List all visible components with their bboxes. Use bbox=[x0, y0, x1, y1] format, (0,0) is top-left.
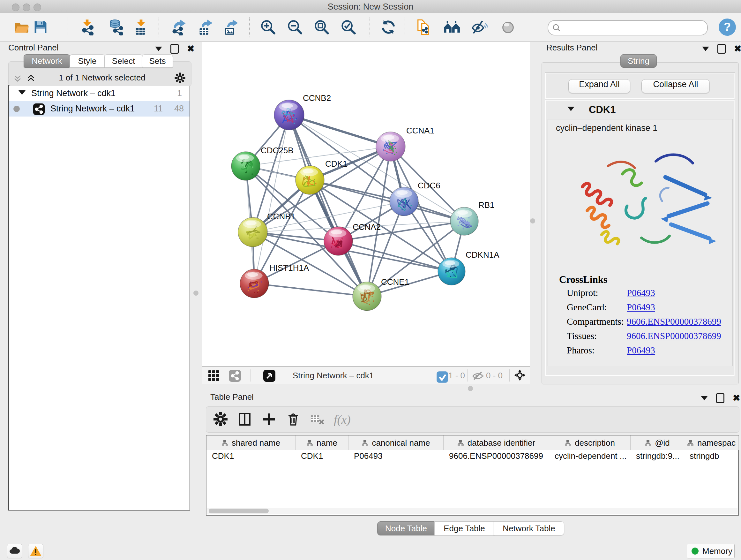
import-network-from-database-button[interactable] bbox=[107, 19, 124, 36]
table-cell[interactable]: CDK1 bbox=[295, 450, 348, 462]
right-splitter-handle[interactable] bbox=[530, 219, 535, 224]
column-header-shared-name[interactable]: shared name bbox=[206, 435, 295, 450]
table-cell[interactable]: stringdb:9... bbox=[630, 450, 684, 462]
first-neighbors-button[interactable] bbox=[444, 19, 460, 36]
export-table-button[interactable] bbox=[198, 19, 214, 36]
column-header-name[interactable]: name bbox=[295, 435, 348, 450]
zoom-fit-button[interactable] bbox=[313, 19, 330, 36]
crosslink-link[interactable]: 9606.ENSP00000378699 bbox=[627, 331, 721, 341]
crosslink-link[interactable]: 9606.ENSP00000378699 bbox=[627, 316, 721, 327]
select-columns-icon[interactable] bbox=[237, 412, 253, 427]
apply-layout-button[interactable] bbox=[380, 19, 397, 36]
collapse-panel-icon[interactable] bbox=[155, 47, 162, 51]
tab-network-table[interactable]: Network Table bbox=[494, 521, 564, 536]
table-cell[interactable]: stringdb bbox=[684, 450, 739, 462]
crosslink-link[interactable]: P06493 bbox=[627, 345, 655, 356]
hidden-eye-icon[interactable] bbox=[472, 370, 484, 382]
network-node-CDK1[interactable] bbox=[295, 166, 324, 194]
save-session-button[interactable] bbox=[32, 19, 49, 36]
column-header--id[interactable]: @id bbox=[630, 435, 684, 450]
zoom-in-button[interactable] bbox=[260, 19, 276, 36]
network-tree-root-row[interactable]: String Network – cdk1 1 bbox=[9, 86, 190, 101]
delete-table-icon[interactable] bbox=[310, 412, 325, 427]
network-node-CDC25B[interactable] bbox=[231, 152, 260, 180]
column-header-canonical-name[interactable]: canonical name bbox=[348, 435, 444, 450]
table-cell[interactable]: CDK1 bbox=[206, 450, 295, 462]
table-settings-gear-icon[interactable] bbox=[213, 412, 228, 427]
tab-select[interactable]: Select bbox=[105, 54, 143, 68]
float-panel-icon[interactable] bbox=[171, 44, 179, 54]
network-tree-row-selected[interactable]: String Network – cdk1 11 48 bbox=[9, 101, 190, 117]
crosslink-link[interactable]: P06493 bbox=[627, 288, 655, 298]
function-builder-icon[interactable]: f(x) bbox=[334, 413, 351, 427]
float-panel-icon[interactable] bbox=[716, 393, 724, 403]
column-header-description[interactable]: description bbox=[549, 435, 630, 450]
network-node-CCNE1[interactable] bbox=[353, 282, 381, 311]
tab-network[interactable]: Network bbox=[23, 54, 70, 68]
expand-all-button[interactable]: Expand All bbox=[568, 79, 630, 93]
collapse-panel-icon[interactable] bbox=[701, 396, 708, 400]
search-input[interactable] bbox=[548, 20, 708, 36]
scrollbar-thumb[interactable] bbox=[209, 509, 269, 513]
table-cell[interactable]: 9606.ENSP00000378699 bbox=[444, 450, 549, 462]
selected-checkbox-icon[interactable] bbox=[436, 371, 446, 381]
left-splitter-handle[interactable] bbox=[193, 291, 199, 296]
horizontal-splitter-handle[interactable] bbox=[468, 386, 473, 391]
grid-view-icon[interactable] bbox=[208, 370, 220, 382]
table-horizontal-scrollbar[interactable] bbox=[207, 508, 738, 514]
table-cell[interactable]: P06493 bbox=[348, 450, 444, 462]
collapse-all-icon[interactable] bbox=[13, 73, 22, 83]
tab-edge-table[interactable]: Edge Table bbox=[434, 521, 494, 536]
export-image-button[interactable] bbox=[223, 19, 240, 36]
control-panel-title: Control Panel bbox=[8, 43, 59, 53]
close-panel-icon[interactable]: ✖ bbox=[734, 45, 741, 53]
copy-documents-button[interactable] bbox=[415, 19, 431, 36]
export-network-button[interactable] bbox=[171, 19, 187, 36]
import-table-from-file-button[interactable] bbox=[133, 19, 149, 36]
float-panel-icon[interactable] bbox=[718, 44, 726, 54]
zoom-selected-button[interactable] bbox=[340, 19, 357, 36]
crosslink-link[interactable]: P06493 bbox=[627, 302, 655, 313]
collapse-panel-icon[interactable] bbox=[702, 47, 709, 51]
network-node-RB1[interactable] bbox=[450, 207, 478, 235]
import-network-from-file-button[interactable] bbox=[79, 19, 95, 36]
network-node-CCNA2[interactable] bbox=[324, 227, 353, 255]
network-options-gear-icon[interactable] bbox=[174, 72, 186, 84]
tab-string[interactable]: String bbox=[620, 54, 657, 68]
cloud-status-button[interactable] bbox=[7, 544, 22, 558]
network-node-HIST1H1A[interactable] bbox=[240, 269, 269, 298]
column-header-database-identifier[interactable]: database identifier bbox=[444, 435, 549, 450]
delete-icon[interactable] bbox=[286, 412, 301, 427]
close-panel-icon[interactable]: ✖ bbox=[187, 45, 194, 53]
memory-status-dot bbox=[691, 548, 698, 555]
string-view-icon[interactable] bbox=[229, 370, 241, 382]
node-table[interactable]: shared namenamecanonical namedatabase id… bbox=[206, 435, 739, 516]
table-cell[interactable]: cyclin-dependent ... bbox=[549, 450, 630, 462]
tab-style[interactable]: Style bbox=[70, 54, 105, 68]
column-header-namespac[interactable]: namespac bbox=[684, 435, 739, 450]
network-view-canvas[interactable]: CCNB2CCNA1CDC25BCDK1CDC6RB1CCNB1CCNA2CDK… bbox=[202, 42, 530, 367]
warning-status-button[interactable] bbox=[28, 544, 44, 558]
tab-node-table[interactable]: Node Table bbox=[377, 521, 435, 536]
open-in-new-window-icon[interactable] bbox=[263, 370, 275, 382]
fit-selected-crosshair-icon[interactable] bbox=[514, 369, 527, 382]
network-node-CCNA1[interactable] bbox=[376, 132, 405, 161]
expand-all-icon[interactable] bbox=[26, 73, 36, 83]
gene-expander-icon[interactable] bbox=[567, 107, 575, 111]
window-titlebar[interactable]: Session: New Session bbox=[0, 0, 741, 13]
network-node-CCNB2[interactable] bbox=[274, 100, 304, 130]
network-node-CCNB1[interactable] bbox=[238, 217, 267, 247]
show-all-button[interactable] bbox=[500, 19, 516, 36]
open-session-button[interactable] bbox=[13, 19, 30, 36]
network-node-CDC6[interactable] bbox=[390, 187, 418, 216]
hide-selected-button[interactable] bbox=[471, 19, 488, 36]
close-panel-icon[interactable]: ✖ bbox=[733, 394, 740, 402]
network-node-CDKN1A[interactable] bbox=[438, 258, 465, 285]
tab-sets[interactable]: Sets bbox=[142, 54, 173, 68]
zoom-out-button[interactable] bbox=[286, 19, 303, 36]
add-icon[interactable] bbox=[261, 412, 277, 427]
collapse-all-button[interactable]: Collapse All bbox=[642, 79, 710, 93]
tree-expander-icon[interactable] bbox=[18, 90, 25, 95]
help-button[interactable]: ? bbox=[719, 18, 736, 36]
memory-button[interactable]: Memory bbox=[687, 544, 735, 558]
